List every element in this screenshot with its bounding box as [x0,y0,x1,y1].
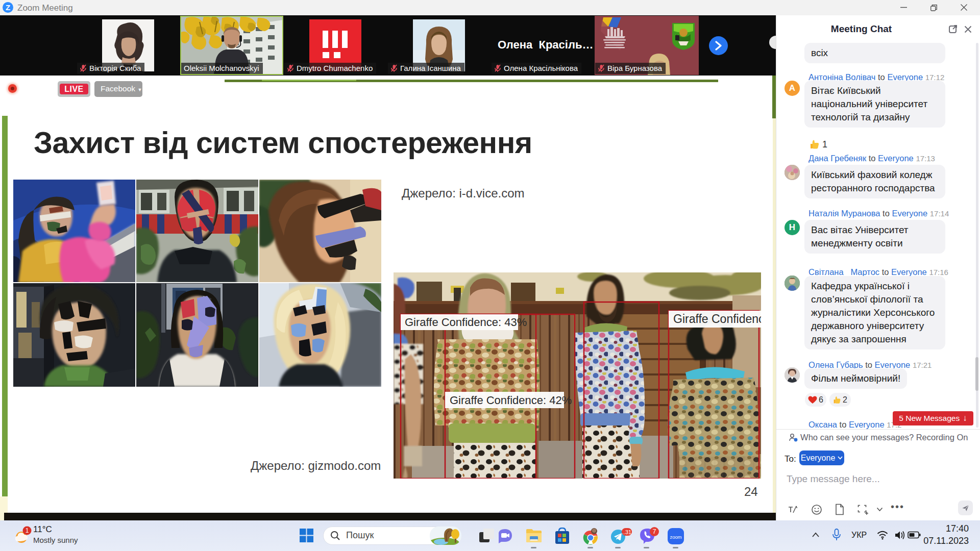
svg-text:Giraffe Confidence: 43%: Giraffe Confidence: 43% [405,316,527,329]
svg-text:..31: ..31 [622,529,631,535]
svg-text:zoom: zoom [670,534,681,540]
svg-text:Giraffe Confidence: Giraffe Confidence [673,312,761,325]
svg-text:Giraffe Confidence: 42%: Giraffe Confidence: 42% [450,394,572,407]
svg-text:1: 1 [26,527,29,534]
svg-text:7: 7 [653,528,656,535]
